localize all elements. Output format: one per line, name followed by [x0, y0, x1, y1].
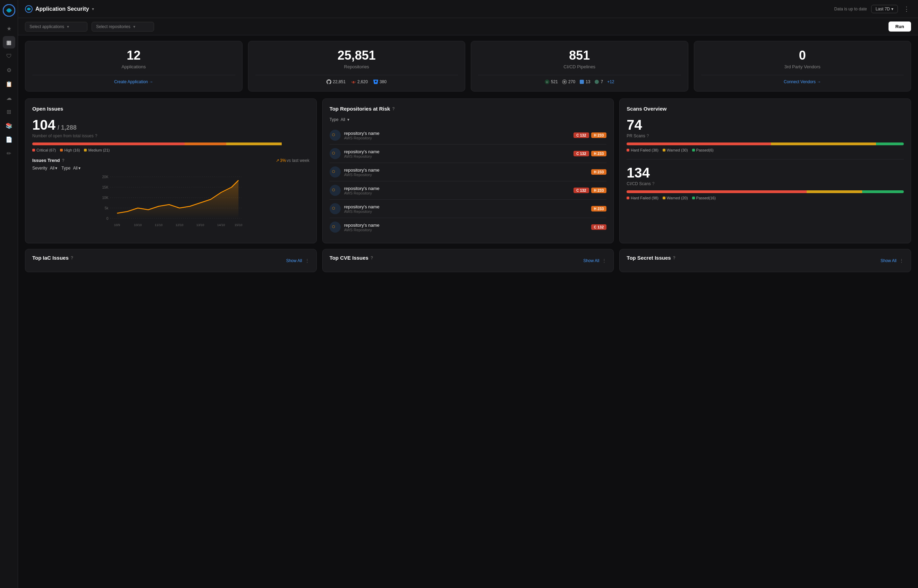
- aws-icon: ⬡: [332, 205, 338, 212]
- more-options-button[interactable]: ⋮: [902, 4, 911, 14]
- repo-avatar: ⬡: [330, 166, 341, 178]
- open-issues-desc: Number of open from total issues ?: [32, 134, 309, 138]
- sidebar-icon-edit[interactable]: ✏: [3, 147, 15, 160]
- secret-title: Top Secret Issues ?: [627, 255, 675, 261]
- repo-avatar: ⬡: [330, 221, 341, 233]
- applications-count: 12: [32, 48, 235, 63]
- cicd-passed-segment: [862, 191, 904, 193]
- time-range-button[interactable]: Last 7D ▾: [871, 5, 898, 13]
- content-area: 12 Applications Create Application → 25,…: [18, 36, 918, 588]
- circle-icon: [562, 79, 567, 84]
- failed-dot: [627, 149, 629, 152]
- secret-help-icon[interactable]: ?: [673, 255, 675, 260]
- svg-text:⬡: ⬡: [332, 188, 335, 192]
- stat-repositories: 25,851 Repositories 22,851 2,620 380: [248, 41, 466, 92]
- repo-avatar: ⬡: [330, 203, 341, 214]
- pr-help-icon[interactable]: ?: [647, 134, 649, 138]
- sidebar-icon-document[interactable]: 📄: [3, 133, 15, 145]
- high-dot: [60, 149, 63, 152]
- svg-text:10K: 10K: [102, 196, 108, 200]
- pr-passed-legend: Passed(6): [692, 148, 714, 152]
- high-badge: H 233: [591, 132, 607, 138]
- top-repos-help-icon[interactable]: ?: [392, 107, 395, 111]
- sidebar-icon-dashboard[interactable]: ▦: [3, 36, 15, 48]
- aws-icon: ⬡: [332, 150, 338, 157]
- cicd-icons: ⚙ 521 270: [478, 79, 681, 84]
- data-status: Data is up to date: [834, 6, 867, 11]
- trend-chart-svg: 20K 15K 10K 5k 0 10/9 10/10 11/10 12/10 …: [32, 173, 309, 229]
- repo-info: repository's name AWS Repository: [344, 168, 588, 177]
- medium-segment: [226, 142, 282, 145]
- sidebar-icon-settings[interactable]: ⚙: [3, 64, 15, 76]
- iac-issues-card: Top IaC Issues ? Show All ⋮: [25, 249, 317, 272]
- pr-scans-number: 74: [627, 117, 904, 133]
- cicd-item-3: 13: [580, 79, 590, 84]
- sidebar-icon-star[interactable]: ★: [3, 22, 15, 35]
- type-filter[interactable]: Type All ▾: [62, 166, 81, 171]
- open-issues-title: Open Issues: [32, 106, 309, 111]
- toolbar: Select applications ▾ Select repositorie…: [18, 18, 918, 36]
- repo-item: ⬡ repository's name AWS Repository C 132: [330, 218, 607, 236]
- scans-card: Scans Overview 74 PR Scans ? Hard Failed…: [619, 99, 911, 243]
- scans-title: Scans Overview: [627, 106, 904, 111]
- pr-scans-bar: [627, 142, 904, 145]
- trend-header: Issues Trend ? ↗ 3% vs last week: [32, 158, 309, 163]
- sidebar-icon-shield[interactable]: 🛡: [3, 50, 15, 62]
- connect-vendors-link[interactable]: Connect Vendors →: [701, 79, 904, 84]
- iac-help-icon[interactable]: ?: [71, 255, 73, 260]
- pr-warned-segment: [771, 142, 876, 145]
- svg-text:5k: 5k: [105, 206, 109, 210]
- cve-show-all[interactable]: Show All: [583, 258, 599, 263]
- high-badge: H 233: [591, 206, 607, 212]
- secret-issues-card: Top Secret Issues ? Show All ⋮: [619, 249, 911, 272]
- trend-help-icon[interactable]: ?: [62, 158, 64, 163]
- svg-text:12/10: 12/10: [176, 223, 183, 227]
- secret-show-all[interactable]: Show All: [881, 258, 897, 263]
- svg-text:⬡: ⬡: [332, 151, 335, 155]
- svg-text:⬡: ⬡: [332, 225, 335, 228]
- gear-icon: [594, 79, 599, 84]
- secret-more-icon[interactable]: ⋮: [899, 258, 904, 263]
- repo-icons: 22,851 2,620 380: [255, 79, 458, 84]
- severity-filter[interactable]: Severity All ▾: [32, 166, 57, 171]
- pr-scans-label: PR Scans ?: [627, 134, 904, 138]
- run-button[interactable]: Run: [889, 21, 911, 32]
- cicd-failed-dot: [627, 197, 629, 199]
- sidebar-icon-clipboard[interactable]: 📋: [3, 78, 15, 90]
- svg-text:⬡: ⬡: [332, 206, 335, 210]
- applications-select[interactable]: Select applications ▾: [25, 22, 87, 32]
- cicd-item-1: ⚙ 521: [545, 79, 558, 84]
- repo-info: repository's name AWS Repository: [344, 204, 588, 213]
- logo[interactable]: [3, 4, 15, 17]
- cve-more-icon[interactable]: ⋮: [602, 258, 606, 263]
- cve-help-icon[interactable]: ?: [371, 255, 373, 260]
- wrench-icon: ⚙: [545, 79, 550, 84]
- repo-avatar: ⬡: [330, 185, 341, 196]
- cve-issues-card: Top CVE Issues ? Show All ⋮: [322, 249, 614, 272]
- sidebar-icon-grid[interactable]: ⊞: [3, 105, 15, 118]
- secret-header: Top Secret Issues ? Show All ⋮: [627, 255, 904, 266]
- iac-header: Top IaC Issues ? Show All ⋮: [32, 255, 309, 266]
- cicd-help-icon[interactable]: ?: [652, 181, 655, 186]
- sidebar-icon-library[interactable]: 📚: [3, 119, 15, 132]
- cicd-legend: Hard Failed (98) Warned (20) Passed(16): [627, 196, 904, 200]
- iac-more-icon[interactable]: ⋮: [305, 258, 309, 263]
- sidebar-icon-cloud[interactable]: ☁: [3, 92, 15, 104]
- issues-legend: Critical (67) High (16) Medium (21): [32, 148, 309, 152]
- repos-type-filter: Type All ▾: [330, 117, 607, 122]
- repo-info: repository's name AWS Repository: [344, 186, 570, 195]
- svg-text:15/10: 15/10: [235, 223, 243, 227]
- svg-text:13/10: 13/10: [196, 223, 204, 227]
- cicd-warned-legend: Warned (20): [663, 196, 688, 200]
- critical-badge: C 132: [573, 132, 589, 138]
- title-chevron-icon[interactable]: ▾: [92, 6, 94, 11]
- create-application-link[interactable]: Create Application →: [32, 79, 235, 84]
- bottom-sections: Top IaC Issues ? Show All ⋮ Top CVE Issu…: [25, 249, 911, 272]
- open-issues-help-icon[interactable]: ?: [95, 134, 97, 138]
- repositories-select[interactable]: Select repositories ▾: [92, 22, 154, 32]
- cve-actions: Show All ⋮: [583, 258, 606, 263]
- repo-badges: H 233: [591, 206, 607, 212]
- sidebar: ★ ▦ 🛡 ⚙ 📋 ☁ ⊞ 📚 📄 ✏: [0, 0, 18, 588]
- aws-icon: ⬡: [332, 187, 338, 194]
- iac-show-all[interactable]: Show All: [286, 258, 302, 263]
